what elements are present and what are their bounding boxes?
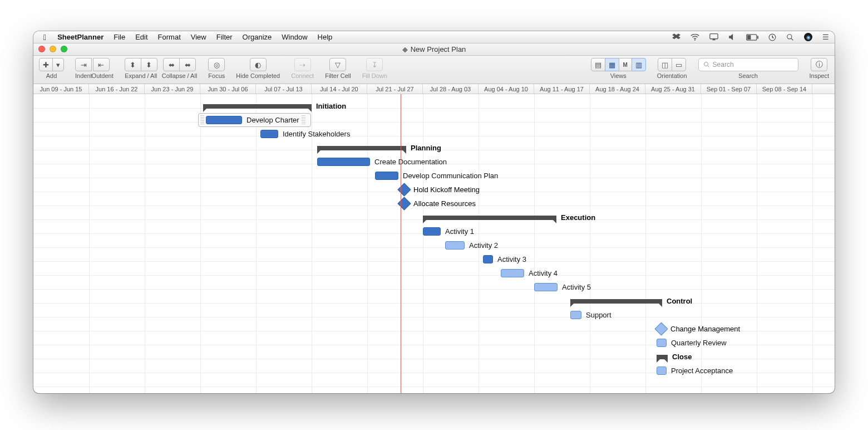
search-placeholder: Search [713,61,734,69]
task-bar[interactable]: Activity 3 [483,252,526,266]
columns-icon: ◫ [662,61,668,69]
timeline-week[interactable]: Aug 04 - Aug 10 [479,84,534,94]
airplay-icon[interactable] [709,33,718,41]
menu-filter[interactable]: Filter [216,33,233,41]
task-bar[interactable]: Project Acceptance [657,364,733,378]
task-label: Create Documentation [374,158,447,166]
view-outline-button[interactable]: ▤ [591,58,605,71]
collapse-all-button[interactable]: ⬌ [179,58,196,71]
timeline-week[interactable]: Jun 23 - Jun 29 [145,84,200,94]
expand-button[interactable]: ⬍ [125,58,141,71]
toolbar-connect-label: Connect [291,72,314,79]
timeline-week[interactable]: Aug 25 - Aug 31 [645,84,701,94]
task-bar[interactable]: Activity 1 [423,224,474,238]
notifications-icon[interactable]: ☰ [822,33,829,41]
inspect-button[interactable]: ⓘ [811,58,827,71]
orientation-horizontal-button[interactable]: ◫ [658,58,672,71]
clock-icon[interactable] [768,33,776,41]
toolbar-collapse-label: Collapse / All [162,72,198,79]
orientation-vertical-button[interactable]: ▭ [672,58,686,71]
task-bar[interactable]: Support [570,308,611,322]
toolbar-indent-label: Indent [75,72,92,79]
view-calendar-button[interactable]: ▦ [605,58,619,71]
task-label: Develop Communication Plan [403,172,498,180]
add-menu-button[interactable]: ▾ [52,58,64,71]
timeline-week[interactable]: Aug 18 - Aug 24 [590,84,645,94]
zoom-window-button[interactable] [61,46,67,52]
timeline-week[interactable]: Sep 08 - Sep 14 [757,84,812,94]
timeline-week[interactable]: Jul 07 - Jul 13 [256,84,312,94]
task-bar[interactable]: Identify Stakeholders [260,127,350,141]
menu-view[interactable]: View [191,33,206,41]
summary-bar[interactable]: Close [657,350,692,364]
toolbar-hide-label: Hide Completed [236,72,280,79]
chevron-down-icon: ▾ [56,61,60,69]
expand-all-button[interactable]: ⬍ [141,58,157,71]
summary-bar[interactable]: Control [570,294,692,308]
view-timeline-button[interactable]: ▥ [632,58,646,71]
milestone[interactable]: Change Management [657,322,740,336]
toolbar-outdent-label: Outdent [92,72,114,79]
add-button[interactable]: ✚ [39,58,53,71]
fill-down-button[interactable]: ↧ [366,58,383,71]
timeline-week[interactable]: Jun 16 - Jun 22 [89,84,145,94]
task-bar[interactable]: Create Documentation [317,155,447,169]
summary-bar[interactable]: Planning [317,141,441,155]
apple-menu-icon[interactable]:  [43,33,46,42]
filter-cell-button[interactable]: ▽ [329,58,346,71]
connect-icon: ⇢ [299,61,305,69]
toolbar-expand-label: Expand / All [125,72,157,79]
connect-button[interactable]: ⇢ [294,58,311,71]
task-bar[interactable]: Activity 2 [445,238,498,252]
volume-icon[interactable] [728,33,736,41]
siri-icon[interactable]: ◉ [804,33,812,41]
spotlight-icon[interactable] [786,33,794,41]
collapse-button[interactable]: ⬌ [163,58,180,71]
battery-icon[interactable] [746,34,758,41]
toolbar-views-label: Views [610,72,627,79]
minimize-window-button[interactable] [50,46,56,52]
search-input[interactable]: Search [698,58,798,71]
menu-help[interactable]: Help [318,33,333,41]
task-bar[interactable]: Develop Communication Plan [375,169,498,183]
menu-window[interactable]: Window [282,33,307,41]
task-bar[interactable]: Quarterly Review [657,336,727,350]
task-label: Support [586,311,611,319]
task-bar[interactable]: Develop Charter [198,113,311,127]
hide-completed-button[interactable]: ◐ [250,58,267,71]
timeline-view-icon: ▥ [635,61,642,69]
timeline-week[interactable]: Jul 28 - Aug 03 [423,84,479,94]
toolbar-filter-label: Filter Cell [325,72,351,79]
menu-file[interactable]: File [114,33,125,41]
timeline-week[interactable]: Jul 21 - Jul 27 [367,84,423,94]
summary-bar[interactable]: Initiation [203,99,346,113]
close-window-button[interactable] [38,46,45,52]
milestone[interactable]: Allocate Resources [400,197,476,211]
gantt-canvas[interactable]: InitiationDevelop CharterIdentify Stakeh… [33,94,835,393]
wifi-icon[interactable] [691,34,699,41]
menu-edit[interactable]: Edit [135,33,147,41]
indent-icon: ⇥ [81,61,87,69]
indent-button[interactable]: ⇥ [75,58,92,71]
timeline-week[interactable]: Jun 09 - Jun 15 [33,84,89,94]
milestone[interactable]: Hold Kickoff Meeting [400,183,480,197]
menu-organize[interactable]: Organize [243,33,272,41]
target-icon: ◎ [214,61,220,69]
dropbox-icon[interactable] [672,33,680,41]
timeline-week[interactable]: Jun 30 - Jul 06 [200,84,256,94]
svg-point-6 [787,34,792,38]
menu-format[interactable]: Format [158,33,181,41]
app-menu[interactable]: SheetPlanner [57,33,103,41]
timeline-ruler[interactable]: Jun 09 - Jun 15Jun 16 - Jun 22Jun 23 - J… [33,84,835,94]
task-bar[interactable]: Activity 4 [501,266,558,280]
timeline-week[interactable]: Aug 11 - Aug 17 [534,84,590,94]
timeline-week[interactable]: Sep 01 - Sep 07 [701,84,757,94]
focus-button[interactable]: ◎ [208,58,225,71]
summary-bar[interactable]: Execution [423,211,595,224]
view-month-button[interactable]: M [619,58,632,71]
outdent-button[interactable]: ⇤ [93,58,110,71]
task-bar[interactable]: Activity 5 [534,280,591,294]
window-titlebar[interactable]: ◆ New Project Plan [33,43,835,56]
task-label: Initiation [316,102,346,110]
timeline-week[interactable]: Jul 14 - Jul 20 [312,84,367,94]
